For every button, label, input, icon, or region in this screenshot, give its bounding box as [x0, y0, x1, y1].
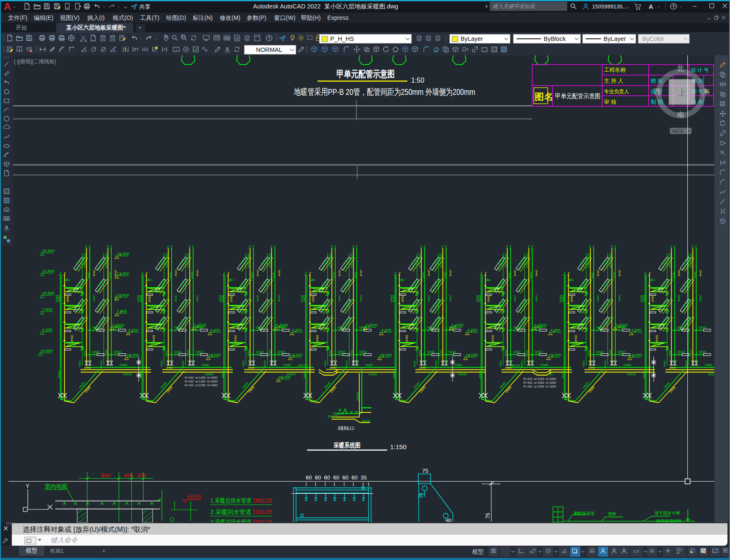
svg-text:DN125: DN125 — [253, 509, 272, 515]
svg-text:上: 上 — [677, 87, 687, 98]
svg-text:1: 1 — [175, 48, 178, 51]
svg-text:室内地面: 室内地面 — [45, 483, 67, 490]
svg-text:甲单元配管示意图: 甲单元配管示意图 — [555, 92, 601, 100]
svg-text:R=432 a=1260 b=1650: R=432 a=1260 b=1650 — [523, 385, 556, 388]
svg-text:1:1: 1:1 — [633, 549, 639, 553]
svg-text:审 核: 审 核 — [604, 99, 617, 105]
svg-text:4.2500: 4.2500 — [194, 323, 206, 327]
svg-text:地暖管采用PP-B 20管，配管间距为250mm 外墙侧为2: 地暖管采用PP-B 20管，配管间距为250mm 外墙侧为200mm — [294, 87, 475, 97]
svg-text:±0.000: ±0.000 — [380, 353, 392, 357]
svg-text:ByBlock: ByBlock — [544, 35, 566, 42]
svg-text:采暖系统入口: 采暖系统入口 — [338, 426, 355, 431]
svg-text:ByLayer: ByLayer — [461, 35, 483, 42]
svg-text:模型: 模型 — [472, 549, 484, 555]
svg-text:西: 西 — [654, 88, 661, 96]
svg-text:4.200: 4.200 — [381, 328, 391, 332]
svg-text:Autodesk AutoCAD 2022 某小区六层地板: Autodesk AutoCAD 2022 某小区六层地板采暖图.dwg — [253, 3, 398, 10]
svg-text:4.200: 4.200 — [292, 328, 302, 332]
svg-text:1:50: 1:50 — [411, 77, 424, 84]
svg-text:A: A — [4, 1, 11, 12]
svg-text:4.200: 4.200 — [128, 328, 138, 332]
svg-text:ByLayer: ByLayer — [603, 35, 626, 42]
svg-text:4.200: 4.200 — [210, 328, 220, 332]
svg-text:±0.000: ±0.000 — [127, 353, 139, 357]
svg-text:40: 40 — [446, 518, 451, 522]
svg-text:?: ? — [672, 4, 675, 9]
svg-text:±0.000: ±0.000 — [278, 374, 291, 379]
svg-text:10.900: 10.900 — [42, 291, 54, 295]
svg-text:±0.000: ±0.000 — [290, 353, 302, 357]
svg-text:16.800: 16.800 — [117, 251, 129, 256]
svg-text:7.800: 7.800 — [42, 307, 52, 312]
svg-text:共享: 共享 — [139, 4, 151, 10]
svg-text:A: A — [649, 3, 653, 10]
svg-text:4.200: 4.200 — [467, 328, 477, 332]
svg-text:±0.000: ±0.000 — [466, 353, 478, 357]
svg-text:WCS: WCS — [672, 129, 683, 134]
svg-text:4.2500: 4.2500 — [365, 323, 377, 327]
svg-text:主 持 人: 主 持 人 — [604, 78, 623, 84]
svg-text:4.2500: 4.2500 — [112, 323, 124, 327]
svg-text:塑料保温管: 塑料保温管 — [574, 511, 595, 516]
svg-text:75: 75 — [485, 513, 491, 519]
svg-text:DN40: DN40 — [362, 419, 371, 423]
svg-text:±0.000: ±0.000 — [549, 353, 561, 357]
svg-text:采暖系统图: 采暖系统图 — [333, 442, 361, 449]
svg-text:13.900: 13.900 — [117, 271, 129, 276]
svg-text:DN125: DN125 — [328, 415, 338, 418]
svg-text:DN100: DN100 — [298, 364, 307, 367]
svg-text:60 60 60 60 60 60 35: 60 60 60 60 60 60 35 — [306, 474, 367, 481]
svg-text:甲单元配管示意图: 甲单元配管示意图 — [337, 69, 395, 79]
svg-text:900: 900 — [101, 472, 110, 479]
svg-text:ByColor: ByColor — [642, 35, 664, 42]
svg-text:专业负责人: 专业负责人 — [604, 89, 629, 94]
svg-text:DN125: DN125 — [253, 519, 272, 522]
svg-text:DN100: DN100 — [511, 364, 520, 367]
svg-text:1.采暖总供水管道: 1.采暖总供水管道 — [210, 497, 251, 504]
svg-text:4.2500: 4.2500 — [276, 323, 288, 327]
svg-text:4.200: 4.200 — [550, 328, 560, 332]
svg-text:35: 35 — [418, 493, 423, 498]
svg-text:10.900: 10.900 — [117, 293, 129, 297]
svg-text:1:150: 1:150 — [390, 443, 407, 450]
svg-text:键入关键字或短语: 键入关键字或短语 — [493, 3, 536, 9]
svg-text:管材: 管材 — [608, 512, 616, 516]
svg-text:NORMAL: NORMAL — [256, 46, 282, 53]
svg-text:4.2500: 4.2500 — [451, 323, 463, 327]
svg-text:16.800: 16.800 — [42, 248, 54, 253]
svg-text:±0.000: ±0.000 — [630, 353, 642, 357]
svg-text:A: A — [226, 46, 229, 52]
svg-text:管子固定卡阀: 管子固定卡阀 — [655, 511, 680, 515]
svg-text:R=432 a=1260 b=1650: R=432 a=1260 b=1650 — [185, 376, 218, 380]
svg-text:图名: 图名 — [535, 92, 553, 102]
svg-text:3.采暖总回水管道: 3.采暖总回水管道 — [210, 519, 251, 522]
svg-text:R=432 a=1260 b=1650: R=432 a=1260 b=1650 — [523, 377, 556, 381]
svg-text:200: 200 — [137, 472, 146, 479]
svg-text:4.2500: 4.2500 — [615, 323, 628, 327]
svg-text:13.900: 13.900 — [42, 269, 54, 273]
svg-text:南: 南 — [677, 111, 684, 119]
svg-text:设 计 号: 设 计 号 — [691, 67, 709, 73]
svg-text:4.2500: 4.2500 — [534, 323, 547, 327]
svg-text:R=432 a=1260 b=1650: R=432 a=1260 b=1650 — [185, 383, 218, 387]
svg-text:R=432 a=1260 b=1650: R=432 a=1260 b=1650 — [185, 380, 218, 383]
svg-text:工程名称: 工程名称 — [604, 67, 626, 73]
svg-text:±0.00: ±0.00 — [187, 493, 201, 500]
svg-text:1505999135...: 1505999135... — [592, 3, 627, 10]
svg-text:P_H_HS: P_H_HS — [330, 35, 354, 42]
svg-text:DN125: DN125 — [253, 497, 272, 504]
svg-text:北: 北 — [677, 65, 684, 73]
svg-text:±0.000: ±0.000 — [208, 353, 221, 357]
svg-text:±0.000: ±0.000 — [40, 348, 53, 353]
svg-text:A: A — [5, 225, 8, 230]
svg-text:?: ? — [268, 36, 270, 40]
svg-text:7.800: 7.800 — [117, 309, 127, 313]
svg-text:2.采暖回水管道: 2.采暖回水管道 — [210, 509, 251, 515]
svg-text:东: 东 — [703, 88, 710, 96]
svg-text:DN125: DN125 — [356, 392, 359, 401]
svg-text:R=432 a=1260 b=1650: R=432 a=1260 b=1650 — [523, 381, 556, 385]
svg-text:4.200: 4.200 — [42, 327, 52, 332]
svg-text:4.200: 4.200 — [631, 328, 641, 332]
svg-text:Y: Y — [26, 483, 30, 489]
svg-text:地面保温材料: 地面保温材料 — [656, 519, 682, 522]
